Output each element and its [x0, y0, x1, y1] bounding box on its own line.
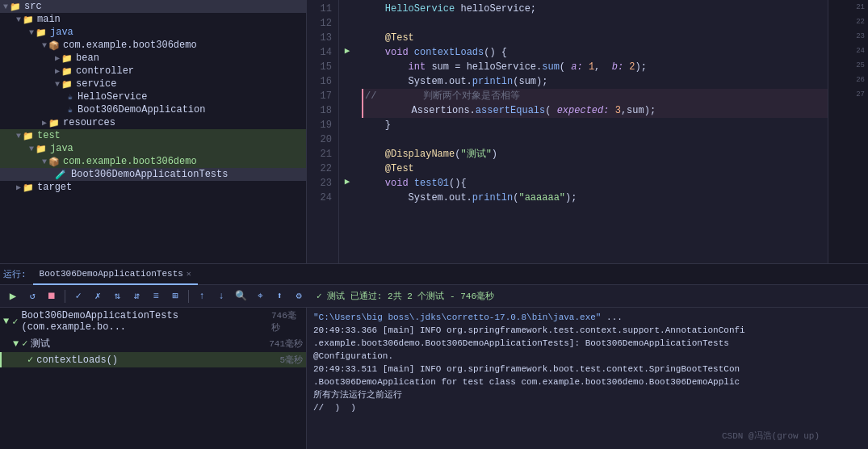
run-gutter-icon[interactable]: ▶: [339, 44, 355, 58]
filter-btn[interactable]: ⌖: [252, 288, 268, 304]
code-line-14: void contextLoads() {: [362, 45, 828, 60]
tree-item-java-test[interactable]: ▼ 📁 java: [0, 142, 306, 155]
tree-item-src[interactable]: ▼ 📁 src: [0, 0, 306, 13]
pass-icon: ▼: [3, 316, 9, 327]
chevron-icon: ▶: [55, 53, 60, 63]
folder-icon: 📁: [36, 27, 47, 38]
code-content-area: HelloService helloService; @Test void co…: [355, 0, 828, 263]
folder-icon: 📁: [36, 144, 47, 154]
folder-icon: 📁: [23, 183, 34, 193]
code-line-13: @Test: [362, 31, 828, 45]
tree-item-package[interactable]: ▼ 📦 com.example.boot306demo: [0, 39, 306, 52]
code-line-12: [362, 16, 828, 31]
bottom-content: ▼ ✓ Boot306DemoApplicationTests (com.exa…: [0, 308, 868, 449]
folder-icon: 📁: [61, 53, 73, 64]
test-group-time: 741毫秒: [269, 338, 303, 350]
tree-item-bean[interactable]: ▶ 📁 bean: [0, 52, 306, 65]
chevron-icon: ▼: [16, 132, 21, 141]
console-output: "C:\Users\big boss\.jdks\corretto-17.0.8…: [307, 308, 868, 449]
test-method-name: contextLoads(): [36, 355, 118, 366]
file-tree: ▼ 📁 src ▼ 📁 main ▼ 📁 java ▼ 📦 com.exampl…: [0, 0, 307, 263]
code-line-24: System.out.println("aaaaaa");: [362, 191, 828, 205]
down-btn[interactable]: ↓: [213, 288, 229, 304]
tree-item-resources[interactable]: ▶ 📁 resources: [0, 116, 306, 129]
test-time: 746毫秒: [271, 309, 303, 334]
watermark: CSDN @冯浩(grow up): [722, 430, 820, 443]
java-file-icon: ☕: [68, 105, 73, 115]
pass-check: ✓: [27, 354, 33, 366]
console-line-2: 20:49:33.366 [main] INFO org.springframe…: [313, 324, 862, 337]
up-btn[interactable]: ↑: [194, 288, 210, 304]
tab-close-icon[interactable]: ✕: [187, 269, 191, 279]
tree-item-service[interactable]: ▼ 📁 service: [0, 78, 306, 90]
chevron-icon: ▼: [29, 28, 34, 37]
tree-item-test[interactable]: ▼ 📁 test: [0, 129, 306, 142]
test-result-contextloads[interactable]: ✓ contextLoads() 5毫秒: [0, 352, 306, 367]
tree-item-helloservice[interactable]: ☕ HelloService: [0, 90, 306, 103]
pass-check: ✓: [12, 316, 18, 328]
list-btn[interactable]: ≡: [148, 288, 164, 304]
pass-check: ✓: [22, 338, 27, 350]
check-btn[interactable]: ✓: [70, 288, 86, 304]
code-line-18: Assertions.assertEquals( expected: 3,sum…: [362, 103, 828, 118]
console-line-5: 20:49:33.511 [main] INFO org.springframe…: [313, 363, 862, 376]
java-file-icon: ☕: [68, 92, 73, 102]
code-line-22: @Test: [362, 162, 828, 176]
console-line-3: .example.boot306demo.Boot306DemoApplicat…: [313, 337, 862, 350]
console-line-6: .Boot306DemoApplication for test class c…: [313, 376, 862, 388]
tree-item-target[interactable]: ▶ 📁 target: [0, 181, 306, 194]
console-line-1: "C:\Users\big boss\.jdks\corretto-17.0.8…: [313, 311, 862, 324]
console-line-8: // ) ): [313, 401, 862, 414]
run-gutter-icon2[interactable]: ▶: [339, 174, 355, 189]
minimap-scrollbar: 21 22 23 24 25 26 27: [828, 0, 868, 263]
bottom-tabs: 运行: Boot306DemoApplicationTests ✕: [0, 264, 868, 285]
folder-icon: 📁: [61, 79, 73, 90]
test-result-root[interactable]: ▼ ✓ Boot306DemoApplicationTests (com.exa…: [0, 308, 306, 335]
package-icon: 📦: [48, 40, 60, 51]
folder-icon: 📁: [23, 15, 34, 25]
tree-item-main[interactable]: ▼ 📁 main: [0, 13, 306, 26]
editor-gutter: ▶ ▶: [339, 0, 355, 263]
chevron-icon: ▶: [16, 183, 21, 192]
tree-item-controller[interactable]: ▶ 📁 controller: [0, 65, 306, 78]
chevron-icon: ▶: [55, 66, 60, 76]
console-line-4: @Configuration.: [313, 350, 862, 363]
grid-btn[interactable]: ⊞: [167, 288, 183, 304]
test-result-测试[interactable]: ▼ ✓ 测试 741毫秒: [0, 335, 306, 352]
sort-asc-btn[interactable]: ⇅: [109, 288, 125, 304]
run-button[interactable]: ▶: [5, 288, 21, 304]
test-status: ✓ 测试 已通过: 2共 2 个测试 - 746毫秒: [317, 290, 494, 302]
cross-btn[interactable]: ✗: [90, 288, 106, 304]
chevron-icon: ▼: [16, 15, 21, 24]
code-line-21: @DisplayName("测试"): [362, 147, 828, 162]
tree-item-java[interactable]: ▼ 📁 java: [0, 26, 306, 39]
test-group-name: 测试: [31, 337, 50, 350]
run-label: 运行:: [3, 268, 27, 280]
code-line-20: [362, 132, 828, 147]
tree-item-package-test[interactable]: ▼ 📦 com.example.boot306demo: [0, 155, 306, 168]
code-line-11: HelloService helloService;: [362, 2, 828, 16]
package-icon: 📦: [48, 157, 60, 167]
test-pass-icon: ✓: [317, 292, 322, 301]
tree-item-boot306demoapplication[interactable]: ☕ Boot306DemoApplication: [0, 103, 306, 116]
pass-icon: ▼: [13, 338, 19, 350]
test-results-panel: ▼ ✓ Boot306DemoApplicationTests (com.exa…: [0, 308, 307, 449]
test-class-name: Boot306DemoApplicationTests (com.example…: [21, 310, 271, 333]
chevron-icon: ▼: [55, 80, 60, 89]
tree-item-tests-file[interactable]: 🧪 Boot306DemoApplicationTests: [0, 168, 306, 181]
chevron-icon: ▼: [42, 41, 47, 50]
sort-desc-btn[interactable]: ⇵: [128, 288, 145, 304]
search-btn[interactable]: 🔍: [233, 288, 249, 304]
settings-btn[interactable]: ⚙: [291, 288, 307, 304]
code-editor: 11 12 13 14 15 16 17 18 19 20 21 22 23 2…: [307, 0, 868, 263]
bottom-panel: 运行: Boot306DemoApplicationTests ✕ ▶ ↺ ⏹ …: [0, 263, 868, 449]
export-btn[interactable]: ⬆: [271, 288, 287, 304]
bottom-toolbar: ▶ ↺ ⏹ ✓ ✗ ⇅ ⇵ ≡ ⊞ ↑ ↓ 🔍 ⌖ ⬆ ⚙ ✓ 测试 已通过: …: [0, 285, 868, 308]
test-java-icon: 🧪: [55, 170, 66, 180]
stop-button[interactable]: ⏹: [44, 288, 60, 304]
rerun-button[interactable]: ↺: [24, 288, 40, 304]
code-line-19: }: [362, 118, 828, 132]
chevron-icon: ▼: [3, 2, 8, 11]
tab-boot306demoapplicationtests[interactable]: Boot306DemoApplicationTests ✕: [33, 264, 198, 285]
code-line-23: void test01(){: [362, 176, 828, 191]
